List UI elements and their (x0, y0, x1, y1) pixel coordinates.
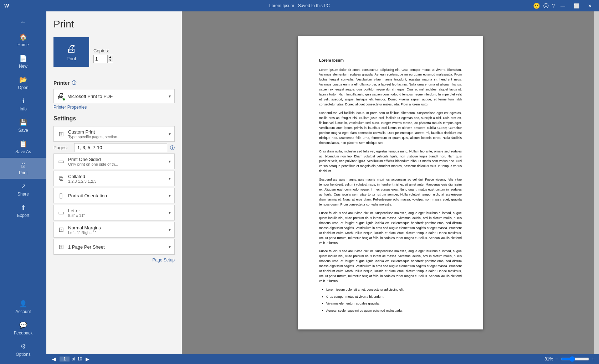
zoom-out-button[interactable]: − (555, 356, 558, 362)
copies-decrement[interactable]: ▼ (108, 59, 113, 62)
page-setup-link[interactable]: Page Setup (53, 258, 175, 262)
close-button[interactable]: ✕ (585, 2, 595, 9)
saveas-icon: 📋 (19, 140, 27, 148)
setting-paper[interactable]: ▭ Letter 8.5" x 11" ▼ (53, 205, 175, 220)
sidebar-item-options[interactable]: ⚙ Options (0, 339, 46, 360)
setting-margins[interactable]: ⊡ Normal Margins Left: 1" Right: 1" ▼ (53, 222, 175, 238)
custom-print-text: Custom Print Type specific pages, sectio… (68, 129, 165, 139)
printer-properties-link[interactable]: Printer Properties (53, 105, 175, 110)
minimize-button[interactable]: — (558, 2, 568, 9)
smiley-icon[interactable]: 🙂 (533, 2, 540, 9)
sidebar-label-new: New (19, 64, 27, 69)
printer-select[interactable]: 🖨 Microsoft Print to PDF ▼ (53, 89, 175, 103)
margins-main: Normal Margins (68, 225, 165, 230)
zoom-slider[interactable] (561, 356, 589, 362)
sidebar-item-open[interactable]: 📂 Open (0, 72, 46, 94)
sidebar-item-back[interactable]: ← (0, 15, 46, 30)
help-icon[interactable]: ? (552, 3, 555, 9)
doc-para-6: Fusce faucibus sed arcu vitae dictum. Su… (319, 249, 462, 284)
sidebar-item-home[interactable]: 🏠 Home (0, 30, 46, 51)
print-container: Print 🖨 Print Copies: ▲ ▼ (46, 11, 599, 354)
print-button[interactable]: 🖨 Print (53, 37, 89, 67)
one-sided-icon: ▭ (57, 157, 65, 165)
setting-collated[interactable]: ⧉ Collated 1,2,3 1,2,3 1,2,3 ▼ (53, 171, 175, 186)
orientation-icon: ▯ (57, 192, 65, 199)
copies-input[interactable] (94, 55, 107, 63)
printer-dropdown-arrow: ▼ (168, 94, 171, 98)
settings-title: Settings (53, 115, 175, 122)
paper-sub: 8.5" x 11" (68, 213, 165, 218)
collated-icon: ⧉ (57, 175, 65, 182)
margins-icon: ⊡ (57, 226, 65, 234)
setting-pages-per-sheet[interactable]: ⊞ 1 Page Per Sheet ▼ (53, 239, 175, 255)
zoom-in-button[interactable]: + (592, 356, 595, 362)
doc-list: Lorem ipsum dolor sit amet, consectetur … (319, 287, 462, 313)
options-icon: ⚙ (20, 343, 26, 350)
copies-increment[interactable]: ▲ (108, 55, 113, 59)
sidebar-label-saveas: Save As (15, 149, 31, 154)
doc-para-1: Lorem ipsum dolor sit amet, consectetur … (319, 68, 462, 108)
new-icon: 📄 (19, 54, 27, 62)
printer-info-icon[interactable]: ⓘ (72, 80, 76, 86)
orientation-main: Portrait Orientation (68, 193, 165, 198)
pages-per-sheet-text: 1 Page Per Sheet (68, 244, 165, 250)
printer-label: Printer (53, 80, 70, 86)
sidebar-item-export[interactable]: ⬆ Export (0, 200, 46, 222)
next-page-button[interactable]: ▶ (84, 356, 91, 362)
word-logo: W (4, 3, 9, 9)
pages-info-icon[interactable]: ⓘ (170, 145, 175, 151)
page-nav: ◀ of 10 ▶ (51, 356, 91, 362)
sidebar-label-print: Print (19, 170, 28, 175)
orientation-arrow: ▼ (168, 194, 171, 198)
list-item-4: Aenean scelerisque mi eu quam euismod ma… (326, 308, 462, 313)
sidebar-label-info: Info (20, 106, 27, 111)
sidebar-item-new[interactable]: 📄 New (0, 51, 46, 72)
sidebar-label-account: Account (15, 309, 31, 314)
printer-section-title: Printer ⓘ (53, 80, 175, 86)
copies-row: 🖨 Print Copies: ▲ ▼ (53, 37, 175, 74)
sidebar-label-share: Share (17, 192, 29, 197)
maximize-button[interactable]: ⬜ (571, 2, 582, 9)
page-preview: Lorem Ipsum Lorem ipsum dolor sit amet, … (298, 36, 483, 329)
sidebar-item-saveas[interactable]: 📋 Save As (0, 136, 46, 158)
app-body: ← 🏠 Home 📄 New 📂 Open ℹ Info 💾 Save (0, 11, 599, 364)
sidebar: ← 🏠 Home 📄 New 📂 Open ℹ Info 💾 Save (0, 11, 46, 364)
title-bar-title: Lorem Ipsum - Saved to this PC (269, 3, 330, 8)
open-icon: 📂 (19, 76, 27, 84)
setting-one-sided[interactable]: ▭ Print One Sided Only print on one side… (53, 154, 175, 169)
preview-scrollbar[interactable] (594, 11, 599, 354)
content-area: Print 🖨 Print Copies: ▲ ▼ (46, 11, 599, 364)
copies-label: Copies: (93, 48, 113, 53)
sidebar-item-account[interactable]: 👤 Account (0, 296, 46, 318)
bottom-bar: ◀ of 10 ▶ 81% − + (46, 354, 599, 364)
collated-sub: 1,2,3 1,2,3 1,2,3 (68, 179, 165, 183)
margins-sub: Left: 1" Right: 1" (68, 230, 165, 235)
share-icon: ↗ (21, 182, 26, 190)
sidebar-item-feedback[interactable]: 💬 Feedback (0, 318, 46, 339)
paper-arrow: ▼ (168, 211, 171, 215)
copies-input-wrapper: ▲ ▼ (93, 55, 113, 63)
sidebar-item-info[interactable]: ℹ Info (0, 94, 46, 115)
current-page-input[interactable] (60, 357, 70, 362)
setting-orientation[interactable]: ▯ Portrait Orientation ▼ (53, 188, 175, 203)
printer-status-dot (62, 98, 65, 101)
collated-arrow: ▼ (168, 177, 171, 181)
doc-para-3: Cras diam nulla, molestie sed felis vel,… (319, 149, 462, 174)
sidebar-item-share[interactable]: ↗ Share (0, 179, 46, 200)
doc-para-2: Suspendisse vel facilisis lectus. In por… (319, 111, 462, 146)
sad-icon[interactable]: ☹ (543, 2, 549, 9)
sidebar-item-print[interactable]: 🖨 Print (0, 158, 46, 179)
margins-arrow: ▼ (168, 228, 171, 232)
prev-page-button[interactable]: ◀ (51, 356, 57, 362)
doc-title: Lorem Ipsum (319, 57, 462, 63)
printer-name: Microsoft Print to PDF (67, 94, 165, 99)
info-icon: ℹ (22, 97, 25, 105)
pages-input[interactable] (77, 145, 164, 150)
sidebar-label-export: Export (17, 213, 30, 218)
print-icon: 🖨 (20, 161, 26, 169)
one-sided-text: Print One Sided Only print on one side o… (68, 157, 165, 166)
sidebar-item-save[interactable]: 💾 Save (0, 115, 46, 136)
setting-custom-print[interactable]: ⊞ Custom Print Type specific pages, sect… (53, 126, 175, 142)
margins-text: Normal Margins Left: 1" Right: 1" (68, 225, 165, 235)
one-sided-main: Print One Sided (68, 157, 165, 162)
